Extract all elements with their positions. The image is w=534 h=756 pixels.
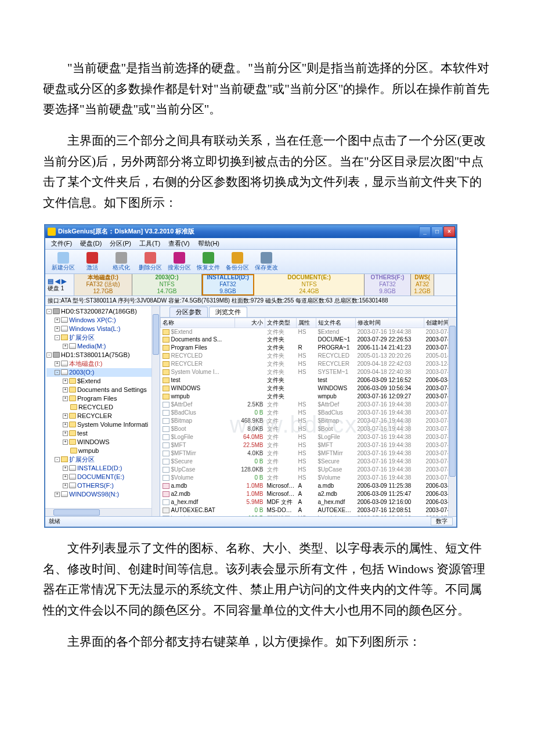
column-header[interactable]: 短文件名	[316, 318, 356, 327]
tree-row[interactable]: +Windows Vista(L:)	[46, 325, 158, 333]
partition-block[interactable]: 本地磁盘(I:)FAT32 (活动)12.7GB	[74, 274, 132, 296]
partition-block[interactable]: DWS(AT321.2GB	[411, 274, 434, 296]
file-row[interactable]: $MFT22.5MB文件HS$MFT2003-07-16 19:44:38200…	[161, 441, 457, 449]
expand-icon[interactable]: +	[63, 387, 68, 393]
tree-row[interactable]: -HD1:ST380011A(75GB)	[46, 351, 158, 359]
tree-row[interactable]: -扩展分区	[46, 333, 158, 342]
disk-nav[interactable]: ▤ ◀ ▶ 硬盘 1	[45, 274, 74, 296]
file-row[interactable]: $Bitmap468.9KB文件HS$Bitmap2003-07-16 19:4…	[161, 417, 457, 425]
tree-row[interactable]: +Program Files	[46, 394, 158, 403]
tree-row[interactable]: +test	[46, 429, 158, 438]
partition-block[interactable]: INSTALLED(D:)FAT329.8GB	[202, 274, 254, 296]
tree-vscroll[interactable]	[151, 306, 160, 516]
file-row[interactable]: $Extend文件夹HS$Extend2003-07-16 19:44:3820…	[161, 327, 457, 336]
expand-icon[interactable]: +	[63, 422, 68, 427]
menu-item[interactable]: 分区(P)	[106, 239, 135, 249]
expand-icon[interactable]: +	[63, 466, 68, 471]
files-vscroll[interactable]	[448, 318, 456, 516]
file-row[interactable]: WINDOWS文件夹WINDOWS2006-03-09 10:56:342003…	[161, 384, 457, 393]
column-header[interactable]: 修改时间	[356, 318, 424, 327]
expand-icon[interactable]: +	[63, 440, 68, 445]
file-row[interactable]: Documents and S...文件夹DOCUME~12003-07-29 …	[161, 336, 457, 344]
file-row[interactable]: a_hex.mdf5.9MBMDF 文件Aa_hex.mdf2006-03-09…	[161, 498, 457, 506]
file-row[interactable]: $LogFile64.0MB文件HS$LogFile2003-07-16 19:…	[161, 433, 457, 441]
expand-icon[interactable]: +	[55, 492, 60, 497]
tree-row[interactable]: +Windows XP(C:)	[46, 316, 158, 325]
expand-icon[interactable]: +	[63, 379, 68, 384]
tree-row[interactable]: +OTHERS(F:)	[46, 481, 158, 490]
menu-item[interactable]: 工具(T)	[136, 239, 164, 249]
expand-icon[interactable]: +	[63, 474, 68, 480]
toolbar-button[interactable]: 新建分区	[49, 252, 78, 271]
tree-row[interactable]: +DOCUMENT(E:)	[46, 473, 158, 481]
expand-icon[interactable]: +	[63, 483, 68, 488]
file-row[interactable]: $Volume0 B文件HS$Volume2003-07-16 19:44:38…	[161, 474, 457, 482]
file-row[interactable]: a2.mdb1.0MBMicrosoft...Aa2.mdb2006-03-09…	[161, 490, 457, 498]
file-row[interactable]: $UpCase128.0KB文件HS$UpCase2003-07-16 19:4…	[161, 466, 457, 474]
tree-row[interactable]: -HD0:ST3200827A(186GB)	[46, 307, 158, 316]
tree-row[interactable]: RECYCLED	[46, 403, 158, 412]
column-header[interactable]: 大小	[235, 318, 265, 327]
file-row[interactable]: Program Files文件夹RPROGRA~12006-11-14 21:4…	[161, 344, 457, 352]
minimize-button[interactable]: _	[419, 226, 431, 237]
tree-row[interactable]: +Media(M:)	[46, 342, 158, 351]
file-row[interactable]: RECYCLER文件夹HSRECYCLER2009-04-18 22:42:03…	[161, 360, 457, 368]
file-row[interactable]: System Volume I...文件夹HSSYSTEM~12009-04-1…	[161, 368, 457, 376]
toolbar-button[interactable]: 格式化	[107, 252, 136, 271]
expand-icon[interactable]: +	[63, 431, 68, 436]
expand-icon[interactable]: +	[55, 361, 60, 366]
file-row[interactable]: test文件夹test2006-03-09 12:16:522006-03-08…	[161, 376, 457, 384]
expand-icon[interactable]: +	[63, 396, 68, 401]
file-list[interactable]: www.bdocx.com 名称大小文件类型属性短文件名修改时间创建时间 $Ex…	[160, 318, 456, 516]
file-row[interactable]: wmpub文件夹wmpub2003-07-16 12:09:272003-07-…	[161, 393, 457, 401]
file-row[interactable]: a.mdb1.0MBMicrosoft...Aa.mdb2006-03-09 1…	[161, 482, 457, 490]
tab-partition-params[interactable]: 分区参数	[169, 307, 208, 317]
expand-icon[interactable]: +	[63, 344, 68, 349]
close-button[interactable]: ×	[443, 226, 455, 237]
toolbar-button[interactable]: 搜索分区	[165, 252, 194, 271]
toolbar-button[interactable]: 保存更改	[252, 252, 281, 271]
tree-row[interactable]: wmpub	[46, 447, 158, 455]
tree-row[interactable]: +RECYCLER	[46, 412, 158, 420]
tree-row[interactable]: +本地磁盘(I:)	[46, 359, 158, 368]
toolbar-button[interactable]: 激活	[78, 252, 107, 271]
toolbar-button[interactable]: 删除分区	[136, 252, 165, 271]
file-row[interactable]: RECYCLED文件夹HSRECYCLED2005-01-13 20:20:26…	[161, 352, 457, 360]
maximize-button[interactable]: □	[431, 226, 443, 237]
expand-icon[interactable]: -	[55, 335, 60, 340]
tree-row[interactable]: +System Volume Informati	[46, 420, 158, 429]
file-row[interactable]: boot.ini192 B配置设置HSboot.ini2003-07-16 12…	[161, 514, 457, 516]
expand-icon[interactable]: +	[55, 326, 60, 332]
tree-row[interactable]: +WINDOWS98(N:)	[46, 490, 158, 499]
expand-icon[interactable]: -	[55, 457, 60, 462]
file-row[interactable]: $BadClus0 B文件HS$BadClus2003-07-16 19:44:…	[161, 409, 457, 417]
toolbar-button[interactable]: 备份分区	[223, 252, 252, 271]
toolbar-button[interactable]: 恢复文件	[194, 252, 223, 271]
tree-row[interactable]: -2003(O:)	[46, 368, 158, 377]
menu-item[interactable]: 查看(V)	[165, 239, 193, 249]
column-header[interactable]: 名称	[161, 318, 235, 327]
tree-row[interactable]: +INSTALLED(D:)	[46, 464, 158, 473]
tree-row[interactable]: +$Extend	[46, 377, 158, 386]
expand-icon[interactable]: +	[55, 318, 60, 323]
partition-block[interactable]: OTHERS(F:)FAT329.8GB	[365, 274, 411, 296]
disk-selector[interactable]: 硬盘 1	[48, 285, 64, 292]
menu-item[interactable]: 文件(F)	[48, 239, 75, 249]
partition-block[interactable]: DOCUMENT(E:)NTFS24.4GB	[254, 274, 365, 296]
file-row[interactable]: $Boot8.0KB文件HS$Boot2003-07-16 19:44:3820…	[161, 425, 457, 433]
expand-icon[interactable]: -	[46, 309, 52, 314]
tree-pane[interactable]: -HD0:ST3200827A(186GB)+Windows XP(C:)+Wi…	[45, 306, 160, 516]
tree-row[interactable]: -扩展分区	[46, 455, 158, 464]
file-row[interactable]: AUTOEXEC.BAT0 BMS-DOS 批...AAUTOEXEC.BAT2…	[161, 506, 457, 514]
tree-row[interactable]: +WINDOWS	[46, 438, 158, 447]
menu-item[interactable]: 硬盘(D)	[77, 239, 105, 249]
partition-block[interactable]: 2003(O:)NTFS14.7GB	[132, 274, 202, 296]
titlebar[interactable]: DiskGenius[原名：DiskMan] V3.2.2010 标准版 _ □…	[45, 225, 456, 238]
expand-icon[interactable]: -	[46, 352, 52, 358]
file-row[interactable]: $AttrDef2.5KB文件HS$AttrDef2003-07-16 19:4…	[161, 401, 457, 409]
tab-browse-files[interactable]: 浏览文件	[209, 307, 247, 317]
tree-hscroll[interactable]	[45, 508, 151, 516]
tree-row[interactable]: +Documents and Settings	[46, 386, 158, 394]
file-row[interactable]: $Secure0 B文件HS$Secure2003-07-16 19:44:38…	[161, 458, 457, 466]
expand-icon[interactable]: -	[55, 370, 60, 375]
